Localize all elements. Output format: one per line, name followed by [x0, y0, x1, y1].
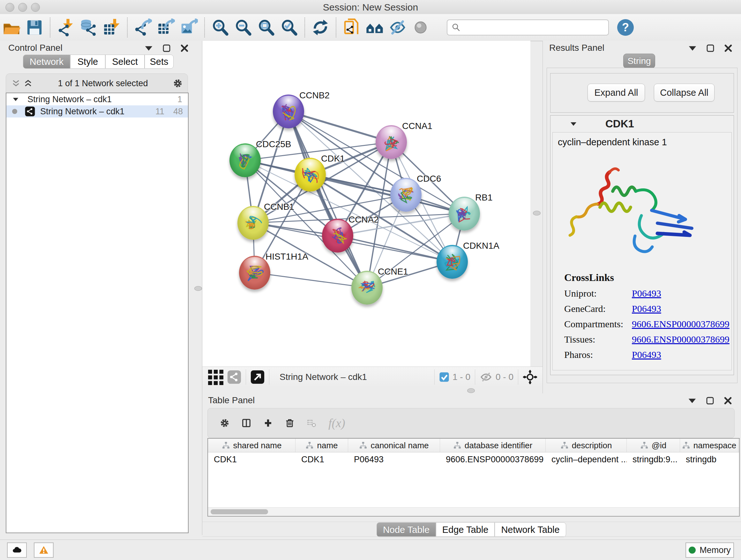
tab-network[interactable]: Network [23, 55, 70, 69]
protein-name: CDK1 [605, 118, 634, 130]
crosslink-link[interactable]: P06493 [632, 288, 661, 299]
export-network-button[interactable] [131, 16, 154, 39]
column-header-database-identifier[interactable]: database identifier [440, 439, 546, 452]
node-table[interactable]: shared namenamecanonical namedatabase id… [207, 438, 740, 516]
search-input[interactable] [461, 22, 596, 33]
edge-CCNA2-CDKN1A[interactable] [338, 236, 452, 262]
node-label-RB1: RB1 [475, 192, 492, 203]
column-header-description[interactable]: description [546, 439, 627, 452]
hidden-counts: 0 - 0 [495, 372, 514, 382]
crosslink-link[interactable]: 9606.ENSP00000378699 [632, 319, 730, 329]
scrollbar-thumb[interactable] [211, 509, 268, 514]
collapse-triangle-icon[interactable] [569, 120, 577, 128]
share-view-icon[interactable] [227, 370, 241, 384]
add-column-icon[interactable] [263, 418, 273, 428]
float-panel-icon[interactable] [162, 44, 172, 53]
import-network-from-database-button[interactable] [77, 16, 100, 39]
crosslink-link[interactable]: P06493 [632, 349, 661, 360]
zoom-out-button[interactable] [232, 16, 255, 39]
network-node-count: 11 [155, 107, 164, 117]
close-panel-icon[interactable] [724, 44, 733, 53]
network-view-canvas[interactable]: CCNB2CCNA1CDC25BCDK1CDC6RB1CCNB1CCNA2CDK… [202, 41, 530, 367]
crosslink-row: Uniprot:P06493 [564, 288, 730, 299]
table-hscrollbar[interactable] [208, 507, 739, 516]
crosslink-link[interactable]: P06493 [632, 303, 661, 314]
tab-node-table[interactable]: Node Table [377, 522, 436, 537]
panel-menu-icon[interactable] [688, 44, 697, 53]
crosslink-row: Pharos:P06493 [564, 349, 730, 360]
table-cell[interactable]: cyclin–dependent ... [546, 452, 627, 466]
delete-column-icon[interactable] [285, 418, 294, 428]
tab-select[interactable]: Select [105, 55, 145, 69]
columns-icon[interactable] [242, 418, 251, 428]
network-list: String Network – cdk1 1 String Network –… [6, 92, 189, 533]
hide-selected-button[interactable] [386, 16, 409, 39]
chevrons-down-icon[interactable] [11, 78, 21, 88]
crosslink-label: GeneCard: [564, 303, 623, 314]
close-panel-icon[interactable] [723, 396, 733, 406]
import-table-from-file-button[interactable] [100, 16, 123, 39]
edge-HIST1H1A-CCNE1[interactable] [255, 273, 367, 288]
tab-network-table[interactable]: Network Table [495, 522, 566, 537]
selected-checkbox-icon[interactable] [439, 372, 449, 382]
save-session-button[interactable] [23, 16, 46, 39]
export-image-button[interactable] [178, 16, 200, 39]
column-header-name[interactable]: name [295, 439, 348, 452]
warning-icon [39, 545, 49, 555]
column-header-canonical-name[interactable]: canonical name [348, 439, 440, 452]
tab-style[interactable]: Style [70, 55, 105, 69]
float-panel-icon[interactable] [705, 44, 715, 53]
birdseye-grid-icon[interactable] [207, 369, 223, 385]
application-window: Session: New Session ? Control Panel Net… [0, 0, 741, 560]
panel-menu-icon[interactable] [687, 396, 697, 406]
chevrons-up-icon[interactable] [23, 78, 33, 88]
import-network-from-file-button[interactable] [54, 16, 77, 39]
table-cell[interactable]: stringdb [680, 452, 738, 466]
network-collection-row[interactable]: String Network – cdk1 1 [6, 93, 188, 105]
table-cell[interactable]: P06493 [348, 452, 440, 466]
protein-section-header[interactable]: CDK1 [550, 116, 734, 132]
column-header-namespace[interactable]: namespace [680, 439, 738, 452]
column-header-@id[interactable]: @id [627, 439, 680, 452]
zoom-selected-button[interactable] [278, 16, 300, 39]
gear-icon[interactable] [220, 418, 229, 428]
table-row[interactable]: CDK1CDK1P064939606.ENSP00000378699cyclin… [208, 452, 739, 466]
triangle-down-icon[interactable] [12, 96, 19, 103]
new-network-from-selection-button[interactable] [340, 16, 363, 39]
zoom-in-button[interactable] [209, 16, 232, 39]
left-splitter-handle[interactable] [194, 286, 202, 291]
crosslink-link[interactable]: 9606.ENSP00000378699 [632, 334, 730, 345]
help-icon[interactable]: ? [617, 19, 634, 36]
table-cell[interactable]: CDK1 [208, 452, 295, 466]
crosshair-icon[interactable] [523, 370, 537, 384]
zoom-fit-content-button[interactable] [255, 16, 278, 39]
close-panel-icon[interactable] [180, 44, 189, 53]
detach-view-icon[interactable] [251, 370, 265, 384]
table-cell[interactable]: stringdb:9... [627, 452, 680, 466]
collapse-all-button[interactable]: Collapse All [654, 84, 715, 102]
network-row-selected[interactable]: String Network – cdk1 11 48 [6, 105, 188, 118]
cloud-status-button[interactable] [7, 543, 27, 558]
tab-sets[interactable]: Sets [145, 55, 174, 69]
open-session-button[interactable] [0, 16, 23, 39]
gear-icon[interactable] [173, 78, 183, 88]
export-table-button[interactable] [154, 16, 178, 39]
show-all-button[interactable] [409, 16, 432, 39]
table-cell[interactable]: 9606.ENSP00000378699 [440, 452, 546, 466]
memory-button[interactable]: Memory [685, 543, 734, 558]
expand-all-button[interactable]: Expand All [588, 84, 645, 102]
first-neighbors-button[interactable] [363, 16, 386, 39]
right-splitter-handle[interactable] [533, 211, 541, 215]
tab-edge-table[interactable]: Edge Table [436, 522, 495, 537]
protein-description: cyclin–dependent kinase 1 [558, 137, 667, 147]
apply-preferred-layout-button[interactable] [309, 16, 332, 39]
column-header-shared-name[interactable]: shared name [208, 439, 295, 452]
table-cell[interactable]: CDK1 [295, 452, 348, 466]
tab-string[interactable]: String [623, 54, 655, 68]
bottom-splitter-handle[interactable] [467, 388, 475, 393]
hidden-eye-slash-icon[interactable] [480, 371, 492, 383]
search-box[interactable] [447, 19, 609, 36]
panel-menu-icon[interactable] [144, 44, 153, 53]
warnings-button[interactable] [34, 543, 54, 558]
float-panel-icon[interactable] [705, 396, 715, 406]
